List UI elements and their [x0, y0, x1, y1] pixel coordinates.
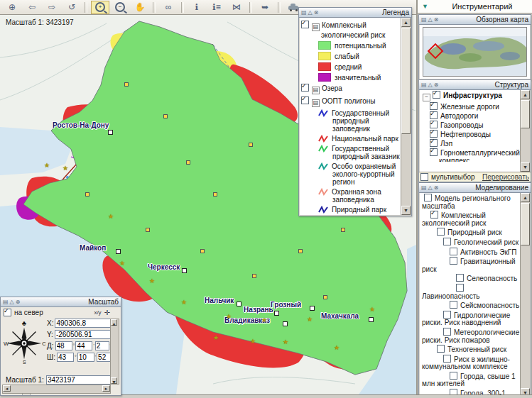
legend-item[interactable]: ▤ООПТ полигоны: [301, 96, 401, 107]
legend-item[interactable]: Национальный парк: [301, 135, 401, 143]
tree-item[interactable]: Комплексный экологический риск: [420, 211, 520, 228]
panel-collapse-icon[interactable]: △: [428, 16, 433, 23]
scroll-left-icon[interactable]: ◄: [3, 385, 11, 392]
tree-item[interactable]: Железные дороги: [420, 101, 520, 111]
structure-scrollbar[interactable]: ▲ ▼: [520, 90, 530, 172]
checkbox[interactable]: [430, 121, 438, 128]
tree-item[interactable]: Нефтепроводы: [420, 129, 520, 138]
toolbar-export-image-button[interactable]: ➥: [256, 1, 274, 14]
latitude-seconds-input[interactable]: [97, 353, 111, 362]
x-coordinate-input[interactable]: [55, 319, 117, 328]
toolbar-attribute-list-button[interactable]: ℹ≡: [207, 1, 226, 14]
toolbar-pan-button[interactable]: ✋: [131, 1, 149, 14]
toolbar-refresh-button[interactable]: ↺: [63, 1, 81, 14]
latitude-minutes-input[interactable]: [77, 353, 94, 362]
scale-panel-vertical-scrollbar[interactable]: ▲ ▼: [110, 319, 119, 385]
panel-close-icon[interactable]: ⊗: [16, 299, 21, 305]
checkbox[interactable]: [456, 274, 464, 282]
tree-item[interactable]: Гравитационный риск: [420, 257, 520, 274]
overview-panel-header[interactable]: ▤ △ ⊗ Обзорная карта: [419, 15, 531, 25]
tree-item[interactable]: Метеорологические риски. Риск пожаров: [420, 328, 520, 345]
modeling-scrollbar[interactable]: ▲ ▼: [520, 193, 530, 397]
coordinate-entry-icon[interactable]: x/y: [94, 309, 101, 316]
tree-item[interactable]: Техногенный риск: [420, 345, 520, 355]
checkbox[interactable]: [430, 148, 438, 156]
scroll-down-icon[interactable]: ▼: [111, 377, 117, 384]
tree-item[interactable]: Геологический риск: [420, 238, 520, 248]
scroll-right-icon[interactable]: ►: [102, 385, 110, 392]
layer-style-icon[interactable]: ▤: [312, 87, 320, 94]
legend-item[interactable]: Особо охраняемый эколого-курортный регио…: [301, 162, 401, 186]
toolbar-identify-button[interactable]: ℹ: [188, 1, 206, 14]
overview-map-image[interactable]: [423, 27, 527, 77]
toolbar-zoom-in-button[interactable]: +: [91, 1, 109, 14]
tree-item[interactable]: Активность ЭкГП: [420, 248, 520, 258]
scale-value-input[interactable]: [46, 375, 112, 385]
toolkit-dropdown-icon[interactable]: ▼: [422, 3, 428, 10]
scroll-down-icon[interactable]: ▼: [401, 206, 411, 215]
tree-item[interactable]: Газопроводы: [420, 120, 520, 129]
legend-item[interactable]: Охранная зона заповедника: [301, 188, 401, 204]
legend-item[interactable]: Государственный природный заказник: [301, 145, 401, 160]
layer-checkbox[interactable]: [301, 96, 309, 104]
checkbox[interactable]: [443, 238, 451, 245]
toolbar-forward-button[interactable]: ⇨: [43, 1, 61, 14]
tree-item[interactable]: Автодороги: [420, 111, 520, 120]
panel-close-icon[interactable]: ⊗: [434, 82, 439, 88]
scrollbar-thumb[interactable]: [401, 28, 411, 134]
legend-item[interactable]: ▤Озера: [301, 84, 401, 94]
checkbox[interactable]: [433, 91, 440, 99]
legend-item[interactable]: средний: [301, 62, 401, 71]
legend-item[interactable]: Государственный природный заповедник: [301, 109, 401, 133]
tree-item[interactable]: −Инфраструктура: [420, 90, 520, 101]
legend-item[interactable]: Природный парк: [301, 206, 401, 214]
panel-close-icon[interactable]: ⊗: [434, 16, 439, 23]
tree-item[interactable]: Гидрологические риски. Риск наводнений: [420, 311, 520, 328]
toolbar-fit-extent-button[interactable]: ⋈: [227, 1, 246, 14]
tree-item[interactable]: Лэп: [420, 138, 520, 148]
panel-menu-icon[interactable]: ▤: [421, 184, 427, 191]
toolbar-zoom-out-button[interactable]: −: [111, 1, 129, 14]
scroll-up-icon[interactable]: ▲: [111, 319, 117, 326]
legend-item[interactable]: потенциальный: [301, 41, 401, 50]
panel-collapse-icon[interactable]: △: [428, 82, 433, 88]
tree-item[interactable]: Горнометаллургический комплекс: [420, 148, 520, 162]
checkbox[interactable]: [443, 328, 451, 336]
legend-item[interactable]: значительный: [301, 73, 401, 82]
scrollbar-thumb[interactable]: [521, 203, 530, 245]
scroll-up-icon[interactable]: ▲: [521, 90, 530, 99]
center-map-icon[interactable]: ✛: [104, 309, 110, 316]
checkbox[interactable]: [430, 111, 438, 119]
checkbox[interactable]: [437, 228, 445, 236]
checkbox[interactable]: [450, 301, 457, 309]
checkbox[interactable]: [450, 248, 457, 255]
scroll-up-icon[interactable]: ▲: [401, 18, 411, 27]
toolkit-header[interactable]: ▼ Инструментарий: [418, 0, 532, 13]
checkbox[interactable]: [450, 372, 457, 380]
structure-panel-header[interactable]: ▤ △ ⊗ Структура: [419, 80, 531, 90]
checkbox[interactable]: [456, 284, 464, 292]
modeling-panel-header[interactable]: ▤ △ ⊗ Моделирование: [419, 183, 531, 193]
legend-panel-header[interactable]: ▤ △ ⊗ Легенда: [299, 8, 411, 18]
checkbox[interactable]: [430, 102, 438, 110]
tree-item[interactable]: Города, свыше 1 млн жителей: [420, 372, 520, 389]
tree-item[interactable]: Сейсмоопасность: [420, 301, 520, 311]
checkbox[interactable]: [443, 311, 451, 319]
panel-collapse-icon[interactable]: △: [428, 184, 433, 191]
legend-item[interactable]: слабый: [301, 52, 401, 60]
checkbox[interactable]: [430, 130, 438, 138]
checkbox[interactable]: [430, 139, 438, 147]
layer-style-icon[interactable]: ▤: [312, 99, 320, 107]
latitude-degrees-input[interactable]: [57, 353, 74, 362]
panel-collapse-icon[interactable]: △: [10, 299, 14, 305]
tree-item[interactable]: Природный риск: [420, 228, 520, 238]
toolbar-search-button[interactable]: ∞: [159, 1, 178, 14]
longitude-seconds-input[interactable]: [95, 341, 109, 350]
tree-item[interactable]: Риск в жилищно-коммунальном комплексе: [420, 355, 520, 372]
panel-menu-icon[interactable]: ▤: [3, 299, 9, 305]
multiselect-checkbox[interactable]: [420, 173, 428, 181]
checkbox[interactable]: [450, 257, 457, 265]
toolbar-back-button[interactable]: ⇦: [23, 1, 41, 14]
checkbox[interactable]: [430, 211, 438, 219]
toolbar-globe-button[interactable]: ⊕: [3, 1, 21, 14]
